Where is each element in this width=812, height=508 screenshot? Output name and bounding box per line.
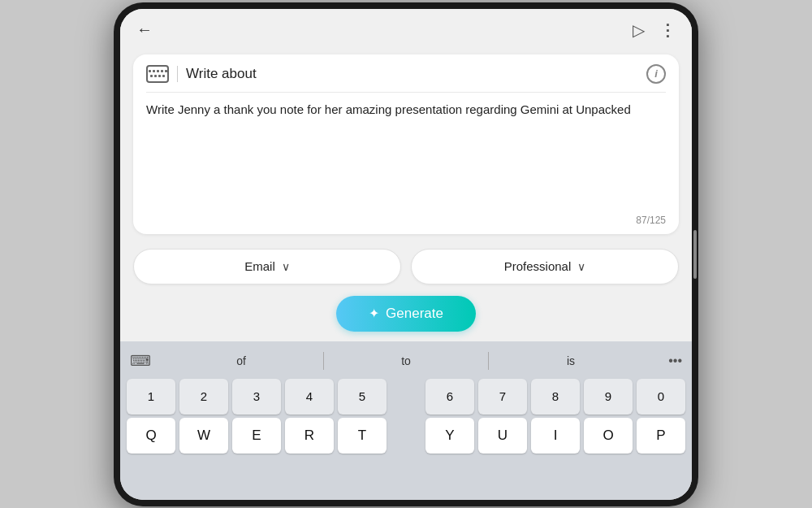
key-u[interactable]: U bbox=[478, 418, 527, 454]
tone-label: Professional bbox=[504, 259, 572, 273]
card-area: Write about i 87/125 bbox=[120, 48, 692, 242]
key-e[interactable]: E bbox=[232, 418, 281, 454]
qwerty-key-row: Q W E R T Y U I O P bbox=[127, 418, 685, 454]
header-title: Write about bbox=[186, 66, 257, 82]
keyboard-icon bbox=[146, 65, 169, 83]
card-header: Write about i bbox=[146, 64, 666, 93]
format-dropdown[interactable]: Email ∨ bbox=[133, 249, 401, 284]
phone-screen: ← ▷ ⋮ bbox=[120, 9, 692, 500]
back-button[interactable]: ← bbox=[136, 20, 153, 39]
format-label: Email bbox=[244, 259, 275, 273]
key-o[interactable]: O bbox=[584, 418, 633, 454]
suggestion-to[interactable]: to bbox=[324, 351, 488, 371]
top-bar: ← ▷ ⋮ bbox=[120, 9, 692, 48]
key-r[interactable]: R bbox=[285, 418, 334, 454]
generate-button[interactable]: ✦ Generate bbox=[336, 296, 476, 332]
key-0[interactable]: 0 bbox=[637, 379, 685, 415]
scroll-indicator bbox=[693, 230, 697, 279]
tone-dropdown[interactable]: Professional ∨ bbox=[411, 249, 679, 284]
key-5[interactable]: 5 bbox=[338, 379, 387, 415]
send-button[interactable]: ▷ bbox=[633, 20, 645, 40]
char-count: 87/125 bbox=[146, 215, 666, 226]
header-divider bbox=[177, 66, 178, 82]
generate-row: ✦ Generate bbox=[120, 293, 692, 341]
key-y[interactable]: Y bbox=[425, 418, 474, 454]
key-i[interactable]: I bbox=[531, 418, 580, 454]
write-about-card: Write about i 87/125 bbox=[133, 54, 679, 234]
write-about-input[interactable] bbox=[146, 101, 666, 206]
key-9[interactable]: 9 bbox=[584, 379, 633, 415]
sparkle-icon: ✦ bbox=[369, 306, 379, 321]
suggestion-is[interactable]: is bbox=[489, 351, 653, 371]
key-2[interactable]: 2 bbox=[179, 379, 228, 415]
generate-label: Generate bbox=[386, 306, 443, 322]
key-p[interactable]: P bbox=[637, 418, 685, 454]
more-button[interactable]: ⋮ bbox=[659, 20, 676, 40]
format-chevron-icon: ∨ bbox=[282, 260, 290, 273]
key-8[interactable]: 8 bbox=[531, 379, 580, 415]
key-w[interactable]: W bbox=[179, 418, 228, 454]
suggestion-of[interactable]: of bbox=[159, 351, 323, 371]
dropdowns-row: Email ∨ Professional ∨ bbox=[120, 242, 692, 293]
suggestions-more-icon[interactable]: ••• bbox=[668, 354, 682, 368]
number-key-row: 1 2 3 4 5 6 7 8 9 0 bbox=[127, 379, 685, 415]
keyboard-suggestions: ⌨ of to is ••• bbox=[127, 346, 685, 376]
key-1[interactable]: 1 bbox=[127, 379, 175, 415]
tone-chevron-icon: ∨ bbox=[577, 260, 585, 273]
key-3[interactable]: 3 bbox=[232, 379, 281, 415]
phone-frame: ← ▷ ⋮ bbox=[114, 2, 698, 506]
key-4[interactable]: 4 bbox=[285, 379, 334, 415]
keyboard-area: ⌨ of to is ••• 1 2 3 4 5 6 7 bbox=[120, 341, 692, 500]
key-7[interactable]: 7 bbox=[478, 379, 527, 415]
key-t[interactable]: T bbox=[338, 418, 387, 454]
suggestion-back-icon: ⌨ bbox=[130, 352, 159, 370]
key-q[interactable]: Q bbox=[127, 418, 175, 454]
key-6[interactable]: 6 bbox=[425, 379, 474, 415]
text-area-container: 87/125 bbox=[146, 101, 666, 226]
info-button[interactable]: i bbox=[646, 64, 666, 84]
